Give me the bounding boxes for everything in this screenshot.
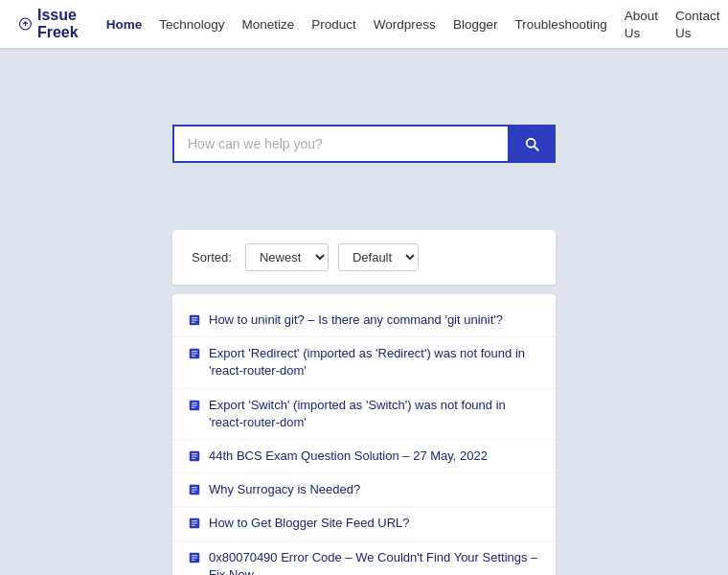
nav-link-blogger[interactable]: Blogger bbox=[453, 17, 498, 32]
article-title: Export 'Switch' (imported as 'Switch') w… bbox=[209, 397, 540, 431]
article-title: How to Get Blogger Site Feed URL? bbox=[209, 515, 410, 532]
nav-link-troubleshooting[interactable]: Troubleshooting bbox=[514, 17, 606, 32]
list-item[interactable]: How to uninit git? – Is there any comman… bbox=[172, 304, 556, 337]
articles-box: How to uninit git? – Is there any comman… bbox=[172, 294, 556, 575]
nav-link-contact-us[interactable]: Contact Us bbox=[675, 9, 720, 40]
nav-links: HomeTechnologyMonetizeProductWordpressBl… bbox=[106, 7, 720, 41]
article-icon bbox=[188, 347, 201, 360]
articles-container: How to uninit git? – Is there any comman… bbox=[0, 294, 728, 575]
filter-box: Sorted: NewestOldestPopular DefaultArtic… bbox=[172, 230, 556, 285]
filter-container: Sorted: NewestOldestPopular DefaultArtic… bbox=[0, 230, 728, 285]
search-button[interactable] bbox=[508, 125, 556, 163]
sort-select[interactable]: NewestOldestPopular bbox=[245, 243, 329, 271]
article-icon bbox=[188, 449, 201, 463]
hero-section bbox=[0, 48, 728, 201]
search-input[interactable] bbox=[172, 125, 508, 163]
search-bar bbox=[172, 125, 556, 163]
article-title: Export 'Redirect' (imported as 'Redirect… bbox=[209, 345, 540, 380]
nav-link-technology[interactable]: Technology bbox=[159, 17, 224, 32]
article-icon bbox=[188, 483, 201, 496]
list-item[interactable]: How to Get Blogger Site Feed URL? bbox=[172, 507, 556, 540]
article-title: 0x80070490 Error Code – We Couldn't Find… bbox=[209, 549, 540, 576]
article-title: How to uninit git? – Is there any comman… bbox=[209, 311, 503, 329]
nav-link-home[interactable]: Home bbox=[106, 17, 143, 32]
nav-link-wordpress[interactable]: Wordpress bbox=[374, 17, 436, 32]
list-item[interactable]: Export 'Switch' (imported as 'Switch') w… bbox=[172, 389, 556, 440]
brand-link[interactable]: Issue Freek bbox=[19, 7, 87, 41]
list-item[interactable]: 0x80070490 Error Code – We Couldn't Find… bbox=[172, 541, 556, 576]
list-item[interactable]: Export 'Redirect' (imported as 'Redirect… bbox=[172, 337, 556, 388]
search-icon bbox=[523, 135, 540, 152]
nav-link-about-us[interactable]: About Us bbox=[625, 9, 658, 40]
brand-icon bbox=[19, 13, 32, 34]
navbar: Issue Freek HomeTechnologyMonetizeProduc… bbox=[0, 0, 728, 48]
article-icon bbox=[188, 313, 201, 327]
list-item[interactable]: 44th BCS Exam Question Solution – 27 May… bbox=[172, 440, 556, 473]
nav-link-product[interactable]: Product bbox=[311, 17, 356, 32]
brand-name: Issue Freek bbox=[37, 7, 87, 41]
list-item[interactable]: Why Surrogacy is Needed? bbox=[172, 473, 556, 507]
article-icon bbox=[188, 399, 201, 412]
article-title: Why Surrogacy is Needed? bbox=[209, 481, 360, 498]
filter-label: Sorted: bbox=[192, 250, 232, 264]
nav-link-monetize[interactable]: Monetize bbox=[242, 17, 295, 32]
type-select[interactable]: DefaultArticleVideo bbox=[338, 243, 419, 271]
article-title: 44th BCS Exam Question Solution – 27 May… bbox=[209, 448, 488, 465]
article-icon bbox=[188, 551, 201, 564]
article-icon bbox=[188, 517, 201, 530]
